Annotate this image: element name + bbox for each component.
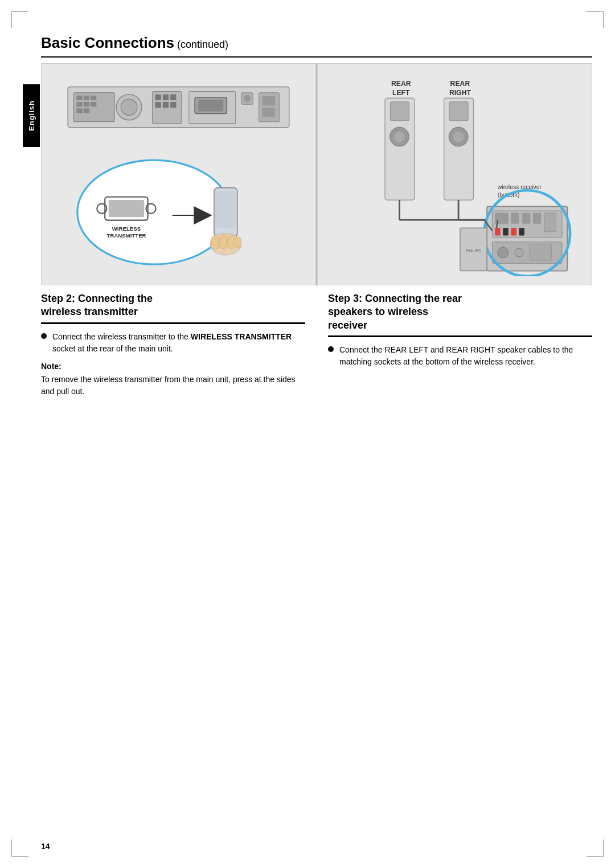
page-title-suffix: (continued) <box>174 39 228 50</box>
step3-bullet-dot <box>328 346 334 352</box>
step2-bullet1: Connect the wireless transmitter to the … <box>41 331 305 355</box>
svg-text:REAR: REAR <box>450 80 470 88</box>
svg-rect-65 <box>511 213 519 224</box>
right-illustration: REAR LEFT REAR RIGHT <box>317 63 592 285</box>
svg-point-55 <box>453 132 464 142</box>
svg-point-51 <box>394 132 405 142</box>
svg-rect-43 <box>235 236 241 247</box>
step3-heading-line3: receiver <box>328 320 367 331</box>
svg-rect-69 <box>495 228 500 235</box>
step2-bullet1-bold: WIRELESS TRANSMITTER <box>191 332 292 341</box>
svg-rect-42 <box>228 235 235 248</box>
svg-rect-40 <box>212 235 219 249</box>
svg-rect-72 <box>519 228 524 235</box>
step2-column: Step 2: Connecting the wireless transmit… <box>41 292 317 398</box>
svg-rect-66 <box>522 213 530 224</box>
svg-point-75 <box>515 248 523 257</box>
step2-heading-line1: Step 2: Connecting the <box>41 293 153 304</box>
svg-rect-26 <box>263 108 275 117</box>
step2-note: Note: To remove the wireless transmitter… <box>41 361 305 398</box>
main-content: Basic Connections (continued) <box>41 34 592 834</box>
step2-heading: Step 2: Connecting the wireless transmit… <box>41 292 305 324</box>
step3-heading-line2: speakers to wireless <box>328 306 428 317</box>
svg-rect-17 <box>163 102 169 108</box>
step3-body: Connect the REAR LEFT and REAR RIGHT spe… <box>328 344 592 368</box>
corner-mark-tr <box>587 11 604 28</box>
svg-rect-68 <box>544 213 556 232</box>
svg-rect-25 <box>263 96 275 105</box>
svg-rect-18 <box>170 102 176 108</box>
svg-point-74 <box>498 247 509 258</box>
svg-rect-9 <box>84 108 89 113</box>
svg-text:wireless receiver: wireless receiver <box>497 184 542 190</box>
page-number: 14 <box>41 842 50 851</box>
svg-rect-6 <box>84 102 89 107</box>
svg-rect-8 <box>77 108 83 113</box>
svg-rect-7 <box>91 102 96 107</box>
svg-rect-70 <box>503 228 508 235</box>
step3-heading: Step 3: Connecting the rear speakers to … <box>328 292 592 337</box>
right-illustration-svg: REAR LEFT REAR RIGHT <box>329 72 580 276</box>
svg-rect-5 <box>77 102 83 107</box>
svg-rect-76 <box>530 244 551 260</box>
svg-rect-2 <box>77 96 83 100</box>
illustrations-row: WIRELESS TRANSMITTER <box>41 63 592 285</box>
svg-rect-21 <box>198 100 223 111</box>
page-title: Basic Connections (continued) <box>41 34 592 58</box>
svg-text:TRANSMITTER: TRANSMITTER <box>106 232 146 238</box>
page-title-main: Basic Connections <box>41 34 174 51</box>
svg-rect-29 <box>109 200 144 217</box>
svg-text:PHILIPS: PHILIPS <box>466 249 481 253</box>
svg-rect-53 <box>449 102 468 121</box>
step2-bullet-dot <box>41 333 47 339</box>
wireless-transmitter-callout-svg: WIRELESS TRANSMITTER <box>72 151 285 273</box>
left-illustration: WIRELESS TRANSMITTER <box>41 63 316 285</box>
svg-rect-4 <box>91 96 96 100</box>
svg-rect-41 <box>220 234 227 249</box>
svg-rect-15 <box>170 95 176 100</box>
svg-rect-49 <box>390 102 409 121</box>
svg-text:LEFT: LEFT <box>392 89 410 97</box>
svg-text:RIGHT: RIGHT <box>449 89 472 97</box>
step2-note-title: Note: <box>41 361 305 372</box>
step2-body: Connect the wireless transmitter to the … <box>41 331 305 398</box>
svg-rect-14 <box>163 95 169 100</box>
step2-bullet1-suffix: socket at the rear of the main unit. <box>52 344 173 353</box>
step2-note-text: To remove the wireless transmitter from … <box>41 374 305 398</box>
english-tab-label: English <box>27 100 36 131</box>
svg-rect-67 <box>533 213 541 224</box>
svg-rect-3 <box>84 96 89 100</box>
step3-bullet1: Connect the REAR LEFT and REAR RIGHT spe… <box>328 344 592 368</box>
svg-text:REAR: REAR <box>391 80 411 88</box>
step3-column: Step 3: Connecting the rear speakers to … <box>317 292 592 398</box>
device-bar-svg <box>59 75 298 145</box>
corner-mark-tl <box>11 11 28 28</box>
corner-mark-br <box>587 840 604 857</box>
step3-bullet1-text: Connect the REAR LEFT and REAR RIGHT spe… <box>339 344 592 368</box>
english-tab: English <box>23 84 40 147</box>
svg-point-11 <box>121 99 137 116</box>
step2-bullet1-text: Connect the wireless transmitter to the … <box>52 331 305 355</box>
corner-mark-bl <box>11 840 28 857</box>
svg-point-23 <box>244 95 251 102</box>
svg-rect-37 <box>215 191 236 228</box>
svg-rect-13 <box>155 95 161 100</box>
steps-row: Step 2: Connecting the wireless transmit… <box>41 292 592 398</box>
step3-heading-line1: Step 3: Connecting the rear <box>328 293 462 304</box>
step2-bullet1-prefix: Connect the wireless transmitter to the <box>52 332 191 341</box>
svg-rect-16 <box>155 102 161 108</box>
svg-rect-71 <box>511 228 516 235</box>
svg-text:WIRELESS: WIRELESS <box>112 226 141 232</box>
step2-heading-line2: wireless transmitter <box>41 306 138 317</box>
